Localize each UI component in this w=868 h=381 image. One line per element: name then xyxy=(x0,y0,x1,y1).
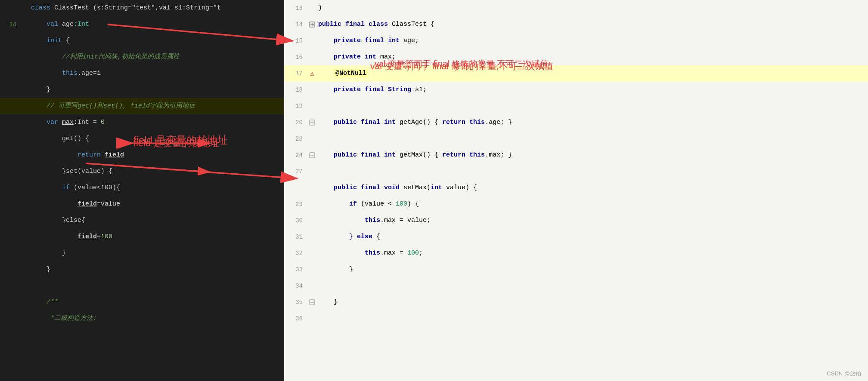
table-row: public final void setMax(int value) { xyxy=(284,180,868,196)
line-number: 36 xyxy=(284,315,308,322)
code-line: } xyxy=(316,294,868,310)
table-row: 36 xyxy=(284,310,868,327)
code-line: this.age=i xyxy=(29,65,284,82)
code-line: } xyxy=(29,82,284,98)
gutter-icon xyxy=(308,299,316,305)
table-row: } xyxy=(0,82,284,98)
line-number: 14 xyxy=(284,21,308,28)
table-row: //利用init代码块,初始化类的成员属性 xyxy=(0,49,284,65)
line-number: 13 xyxy=(284,5,308,12)
table-row: } xyxy=(0,261,284,278)
code-line: }set(value) { xyxy=(29,163,284,180)
table-row: 24 public final int getMax() { return th… xyxy=(284,147,868,163)
code-line: } xyxy=(29,261,284,278)
code-line: var max:Int = 0 xyxy=(29,114,284,131)
table-row: 23 xyxy=(284,131,868,147)
code-line: public final class ClassTest { xyxy=(316,16,868,33)
line-number: 20 xyxy=(284,119,308,126)
table-row: 31 } else { xyxy=(284,229,868,245)
table-row: 34 xyxy=(284,278,868,294)
line-number: 30 xyxy=(284,217,308,224)
line-number: 23 xyxy=(284,135,308,142)
code-line: private final String s1; xyxy=(316,82,868,98)
table-row: init { xyxy=(0,33,284,49)
code-line: } xyxy=(29,245,284,261)
line-number: 29 xyxy=(284,201,308,208)
code-line: private final int age; xyxy=(316,33,868,49)
code-line xyxy=(316,278,868,294)
table-row: 13 ) xyxy=(284,0,868,16)
line-number: 35 xyxy=(284,299,308,306)
line-number: 34 xyxy=(284,283,308,289)
line-number: 33 xyxy=(284,266,308,273)
code-line: return field xyxy=(29,147,284,163)
table-row: 14 val age:Int xyxy=(0,16,284,33)
annotation-field-label: field 是变量的栈地址 xyxy=(133,133,228,147)
table-row: }set(value) { xyxy=(0,163,284,180)
code-line: } xyxy=(316,261,868,278)
table-row: *二级构造方法: xyxy=(0,310,284,327)
code-line: // 可重写get()和set(), field字段为引用地址 xyxy=(29,98,284,114)
code-line: //利用init代码块,初始化类的成员属性 xyxy=(29,49,284,65)
line-number: 18 xyxy=(284,86,308,93)
code-line: } else { xyxy=(316,229,868,245)
code-line: public final void setMax(int value) { xyxy=(316,180,868,196)
code-line: this.max = 100; xyxy=(316,245,868,261)
table-row: this.age=i xyxy=(0,65,284,82)
line-number: 19 xyxy=(284,103,308,110)
editor-container: class ClassTest (s:String="test",val s1:… xyxy=(0,0,868,381)
table-row: // 可重写get()和set(), field字段为引用地址 xyxy=(0,98,284,114)
table-row: 14 public final class ClassTest { xyxy=(284,16,868,33)
code-line: }else{ xyxy=(29,212,284,229)
table-row: 20 public final int getAge() { return th… xyxy=(284,114,868,131)
table-row: 18 private final String s1; xyxy=(284,82,868,98)
code-line: *二级构造方法: xyxy=(29,310,284,327)
code-line: /** xyxy=(29,294,284,310)
table-row: 15 private final int age; xyxy=(284,33,868,49)
table-row: 30 this.max = value; xyxy=(284,212,868,229)
gutter-icon: ⚠ xyxy=(308,69,316,78)
table-row: 27 xyxy=(284,163,868,180)
line-number: 24 xyxy=(284,152,308,159)
table-row: 19 xyxy=(284,98,868,114)
table-row: 33 } xyxy=(284,261,868,278)
code-line xyxy=(316,131,868,147)
line-number: 31 xyxy=(284,234,308,240)
gutter-icon xyxy=(308,22,316,28)
line-number: 15 xyxy=(284,37,308,44)
line-number: 16 xyxy=(284,54,308,61)
watermark: CSDN @旅拍 xyxy=(827,370,861,378)
table-row xyxy=(0,278,284,294)
code-line xyxy=(316,98,868,114)
table-row: field=100 xyxy=(0,229,284,245)
left-pane-content: class ClassTest (s:String="test",val s1:… xyxy=(0,0,284,327)
line-number: 27 xyxy=(284,168,308,175)
code-line: if (value < 100) { xyxy=(316,196,868,212)
table-row: 29 if (value < 100) { xyxy=(284,196,868,212)
annotation-val-label: val 变量等同于 final 修饰的常量,不可二次赋值 xyxy=(370,60,553,72)
gutter-icon xyxy=(308,152,316,158)
table-row: 35 } xyxy=(284,294,868,310)
code-line: field=value xyxy=(29,196,284,212)
table-row: /** xyxy=(0,294,284,310)
table-row: class ClassTest (s:String="test",val s1:… xyxy=(0,0,284,16)
code-line xyxy=(316,310,868,327)
code-line: ) xyxy=(316,0,868,16)
line-number: 14 xyxy=(0,21,22,28)
line-number: 17 xyxy=(284,70,308,77)
code-line: field=100 xyxy=(29,229,284,245)
code-line: val age:Int xyxy=(29,16,284,33)
table-row: var max:Int = 0 xyxy=(0,114,284,131)
code-line xyxy=(316,163,868,180)
table-row: return field xyxy=(0,147,284,163)
code-line: public final int getAge() { return this.… xyxy=(316,114,868,131)
line-number: 32 xyxy=(284,250,308,257)
table-row: 32 this.max = 100; xyxy=(284,245,868,261)
code-line: init { xyxy=(29,33,284,49)
code-line: this.max = value; xyxy=(316,212,868,229)
right-pane: 13 ) 14 public final class ClassTest { 1… xyxy=(284,0,868,381)
table-row: field=value xyxy=(0,196,284,212)
code-line: if (value<100){ xyxy=(29,180,284,196)
code-line xyxy=(29,278,284,294)
table-row: } xyxy=(0,245,284,261)
